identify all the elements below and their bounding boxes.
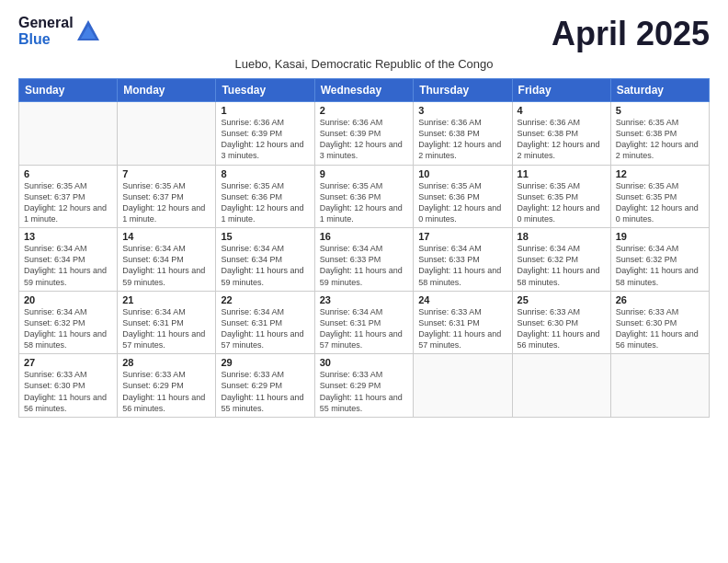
day-number: 18 [518,231,606,242]
day-info: Sunrise: 6:35 AM Sunset: 6:35 PM Dayligh… [616,180,704,225]
calendar-cell [118,102,216,166]
day-number: 28 [122,357,210,368]
day-info: Sunrise: 6:35 AM Sunset: 6:37 PM Dayligh… [24,180,112,225]
day-info: Sunrise: 6:35 AM Sunset: 6:36 PM Dayligh… [221,180,309,225]
logo-general: General [18,15,74,31]
calendar-cell: 14Sunrise: 6:34 AM Sunset: 6:34 PM Dayli… [118,228,216,292]
day-number: 27 [24,357,112,368]
calendar-cell: 3Sunrise: 6:36 AM Sunset: 6:38 PM Daylig… [414,102,512,166]
calendar-cell [414,354,512,418]
calendar-cell: 22Sunrise: 6:34 AM Sunset: 6:31 PM Dayli… [216,291,314,354]
day-number: 19 [616,231,704,242]
calendar-cell: 29Sunrise: 6:33 AM Sunset: 6:29 PM Dayli… [216,354,314,418]
calendar-cell: 30Sunrise: 6:33 AM Sunset: 6:29 PM Dayli… [314,354,414,418]
calendar-week-5: 27Sunrise: 6:33 AM Sunset: 6:30 PM Dayli… [19,354,710,418]
day-number: 15 [221,231,309,242]
month-title: April 2025 [552,15,710,53]
logo-icon [75,18,101,44]
calendar-week-1: 1Sunrise: 6:36 AM Sunset: 6:39 PM Daylig… [19,102,710,166]
day-info: Sunrise: 6:35 AM Sunset: 6:36 PM Dayligh… [418,180,506,225]
day-info: Sunrise: 6:33 AM Sunset: 6:29 PM Dayligh… [122,369,210,414]
day-info: Sunrise: 6:34 AM Sunset: 6:33 PM Dayligh… [418,243,506,288]
page: General Blue April 2025 Luebo, Kasai, De… [0,0,728,427]
day-info: Sunrise: 6:34 AM Sunset: 6:31 PM Dayligh… [122,306,210,351]
calendar-cell: 23Sunrise: 6:34 AM Sunset: 6:31 PM Dayli… [314,291,414,354]
day-number: 4 [518,105,606,116]
day-info: Sunrise: 6:34 AM Sunset: 6:34 PM Dayligh… [122,243,210,288]
header: General Blue April 2025 [18,15,710,53]
header-tuesday: Tuesday [216,79,314,102]
calendar-cell: 25Sunrise: 6:33 AM Sunset: 6:30 PM Dayli… [512,291,610,354]
calendar-cell: 28Sunrise: 6:33 AM Sunset: 6:29 PM Dayli… [118,354,216,418]
calendar-week-3: 13Sunrise: 6:34 AM Sunset: 6:34 PM Dayli… [19,228,710,292]
calendar-cell: 7Sunrise: 6:35 AM Sunset: 6:37 PM Daylig… [118,165,216,228]
calendar-cell: 27Sunrise: 6:33 AM Sunset: 6:30 PM Dayli… [19,354,118,418]
day-info: Sunrise: 6:35 AM Sunset: 6:37 PM Dayligh… [122,180,210,225]
calendar-cell: 12Sunrise: 6:35 AM Sunset: 6:35 PM Dayli… [610,165,709,228]
header-monday: Monday [118,79,216,102]
calendar-cell: 16Sunrise: 6:34 AM Sunset: 6:33 PM Dayli… [314,228,414,292]
day-number: 25 [518,294,606,305]
day-number: 3 [418,105,506,116]
subtitle: Luebo, Kasai, Democratic Republic of the… [18,57,710,71]
header-thursday: Thursday [414,79,512,102]
day-info: Sunrise: 6:35 AM Sunset: 6:35 PM Dayligh… [518,180,606,225]
day-headers: Sunday Monday Tuesday Wednesday Thursday… [19,79,710,102]
day-number: 12 [616,168,704,179]
calendar-cell: 19Sunrise: 6:34 AM Sunset: 6:32 PM Dayli… [610,228,709,292]
day-info: Sunrise: 6:35 AM Sunset: 6:38 PM Dayligh… [616,117,704,162]
day-info: Sunrise: 6:34 AM Sunset: 6:32 PM Dayligh… [518,243,606,288]
logo: General Blue [18,15,101,47]
day-number: 7 [122,168,210,179]
calendar-week-4: 20Sunrise: 6:34 AM Sunset: 6:32 PM Dayli… [19,291,710,354]
day-number: 26 [616,294,704,305]
day-number: 20 [24,294,112,305]
header-sunday: Sunday [19,79,118,102]
day-info: Sunrise: 6:36 AM Sunset: 6:38 PM Dayligh… [418,117,506,162]
day-number: 1 [221,105,309,116]
day-info: Sunrise: 6:34 AM Sunset: 6:31 PM Dayligh… [320,306,409,351]
calendar-cell: 17Sunrise: 6:34 AM Sunset: 6:33 PM Dayli… [414,228,512,292]
calendar-cell: 10Sunrise: 6:35 AM Sunset: 6:36 PM Dayli… [414,165,512,228]
day-number: 10 [418,168,506,179]
calendar-cell: 21Sunrise: 6:34 AM Sunset: 6:31 PM Dayli… [118,291,216,354]
day-info: Sunrise: 6:35 AM Sunset: 6:36 PM Dayligh… [320,180,409,225]
day-info: Sunrise: 6:34 AM Sunset: 6:34 PM Dayligh… [24,243,112,288]
day-info: Sunrise: 6:34 AM Sunset: 6:34 PM Dayligh… [221,243,309,288]
calendar-cell [512,354,610,418]
calendar-cell: 5Sunrise: 6:35 AM Sunset: 6:38 PM Daylig… [610,102,709,166]
calendar-cell: 8Sunrise: 6:35 AM Sunset: 6:36 PM Daylig… [216,165,314,228]
day-number: 5 [616,105,704,116]
header-saturday: Saturday [610,79,709,102]
day-info: Sunrise: 6:34 AM Sunset: 6:32 PM Dayligh… [616,243,704,288]
day-number: 11 [518,168,606,179]
logo-blue: Blue [18,31,74,48]
header-friday: Friday [512,79,610,102]
day-info: Sunrise: 6:36 AM Sunset: 6:39 PM Dayligh… [221,117,309,162]
calendar-cell [19,102,118,166]
day-info: Sunrise: 6:36 AM Sunset: 6:38 PM Dayligh… [518,117,606,162]
day-info: Sunrise: 6:33 AM Sunset: 6:30 PM Dayligh… [518,306,606,351]
day-info: Sunrise: 6:34 AM Sunset: 6:32 PM Dayligh… [24,306,112,351]
calendar-cell: 6Sunrise: 6:35 AM Sunset: 6:37 PM Daylig… [19,165,118,228]
calendar-cell: 11Sunrise: 6:35 AM Sunset: 6:35 PM Dayli… [512,165,610,228]
calendar-cell: 2Sunrise: 6:36 AM Sunset: 6:39 PM Daylig… [314,102,414,166]
calendar-cell: 24Sunrise: 6:33 AM Sunset: 6:31 PM Dayli… [414,291,512,354]
calendar-cell: 15Sunrise: 6:34 AM Sunset: 6:34 PM Dayli… [216,228,314,292]
day-number: 13 [24,231,112,242]
logo-text: General Blue [18,15,74,47]
calendar-cell: 13Sunrise: 6:34 AM Sunset: 6:34 PM Dayli… [19,228,118,292]
calendar-week-2: 6Sunrise: 6:35 AM Sunset: 6:37 PM Daylig… [19,165,710,228]
day-number: 14 [122,231,210,242]
day-info: Sunrise: 6:33 AM Sunset: 6:30 PM Dayligh… [24,369,112,414]
day-number: 8 [221,168,309,179]
day-info: Sunrise: 6:33 AM Sunset: 6:31 PM Dayligh… [418,306,506,351]
calendar-cell: 1Sunrise: 6:36 AM Sunset: 6:39 PM Daylig… [216,102,314,166]
day-info: Sunrise: 6:34 AM Sunset: 6:33 PM Dayligh… [320,243,409,288]
day-info: Sunrise: 6:34 AM Sunset: 6:31 PM Dayligh… [221,306,309,351]
day-number: 2 [320,105,409,116]
day-number: 29 [221,357,309,368]
day-number: 17 [418,231,506,242]
day-number: 16 [320,231,409,242]
day-number: 30 [320,357,409,368]
